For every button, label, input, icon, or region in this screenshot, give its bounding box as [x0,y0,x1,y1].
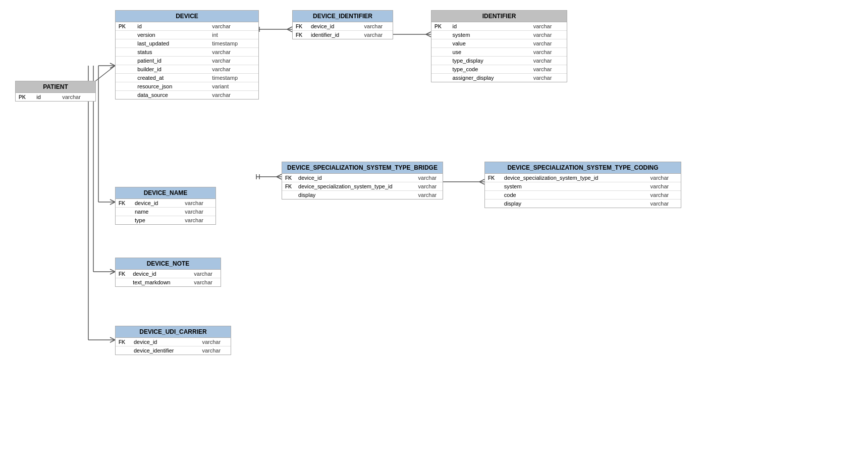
svg-line-13 [426,32,431,34]
svg-line-32 [277,177,282,179]
device-identifier-table: DEVICE_IDENTIFIER FK device_id varchar F… [292,10,393,39]
svg-line-19 [110,202,115,205]
patient-table: PATIENT PK id varchar [15,81,96,102]
patient-id-field: id [33,93,59,102]
device-spec-coding-header: DEVICE_SPECIALIZATION_SYSTEM_TYPE_CODING [485,162,681,174]
patient-table-header: PATIENT [16,81,95,93]
device-identifier-header: DEVICE_IDENTIFIER [293,11,393,22]
patient-pk-label: PK [16,93,33,102]
svg-line-27 [110,340,115,342]
device-udi-carrier-header: DEVICE_UDI_CARRIER [116,326,231,338]
svg-line-18 [110,199,115,202]
patient-id-type: varchar [59,93,95,102]
svg-line-14 [426,34,431,37]
identifier-table: IDENTIFIER PK id varchar system varchar … [431,10,567,82]
device-row-pk: PK [116,22,134,31]
device-spec-bridge-header: DEVICE_SPECIALIZATION_SYSTEM_TYPE_BRIDGE [282,162,443,174]
svg-line-8 [287,27,292,29]
svg-line-36 [479,179,484,182]
device-name-header: DEVICE_NAME [116,187,215,199]
device-table-header: DEVICE [116,11,258,22]
device-spec-coding-table: DEVICE_SPECIALIZATION_SYSTEM_TYPE_CODING… [484,162,681,208]
device-note-header: DEVICE_NOTE [116,258,221,270]
device-table: DEVICE PK id varchar version int last_up… [115,10,259,99]
device-name-table: DEVICE_NAME FK device_id varchar name va… [115,187,216,225]
identifier-header: IDENTIFIER [431,11,567,22]
svg-line-37 [479,182,484,184]
device-spec-bridge-table: DEVICE_SPECIALIZATION_SYSTEM_TYPE_BRIDGE… [282,162,443,199]
svg-line-1 [110,63,115,66]
svg-line-26 [110,337,115,340]
svg-line-31 [277,174,282,177]
svg-line-2 [110,66,115,68]
diagram-canvas: PATIENT PK id varchar DEVICE PK id varch… [0,0,868,450]
svg-line-22 [110,269,115,272]
device-udi-carrier-table: DEVICE_UDI_CARRIER FK device_id varchar … [115,326,231,355]
svg-line-9 [287,29,292,32]
device-note-table: DEVICE_NOTE FK device_id varchar text_ma… [115,258,221,287]
svg-line-23 [110,272,115,274]
